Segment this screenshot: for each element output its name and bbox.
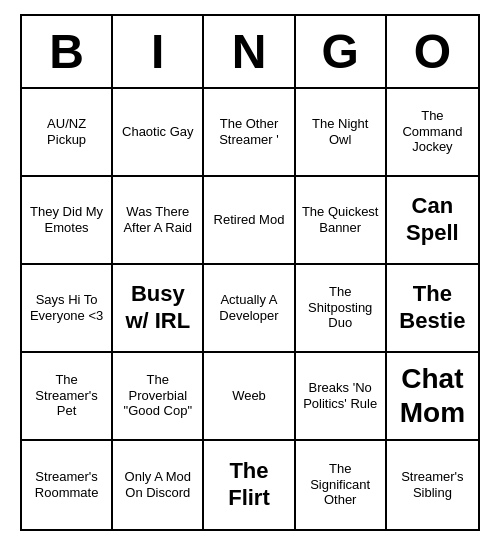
bingo-cell-20[interactable]: Streamer's Roommate	[22, 441, 113, 529]
bingo-cell-24[interactable]: Streamer's Sibling	[387, 441, 478, 529]
bingo-cell-22[interactable]: The Flirt	[204, 441, 295, 529]
bingo-cell-11[interactable]: Busy w/ IRL	[113, 265, 204, 353]
bingo-cell-19[interactable]: Chat Mom	[387, 353, 478, 441]
bingo-cell-16[interactable]: The Proverbial "Good Cop"	[113, 353, 204, 441]
bingo-cell-18[interactable]: Breaks 'No Politics' Rule	[296, 353, 387, 441]
bingo-letter-n: N	[204, 16, 295, 87]
bingo-cell-7[interactable]: Retired Mod	[204, 177, 295, 265]
bingo-letter-o: O	[387, 16, 478, 87]
bingo-cell-23[interactable]: The Significant Other	[296, 441, 387, 529]
bingo-cell-13[interactable]: The Shitposting Duo	[296, 265, 387, 353]
bingo-cell-10[interactable]: Says Hi To Everyone <3	[22, 265, 113, 353]
bingo-grid: AU/NZ PickupChaotic GayThe Other Streame…	[22, 89, 478, 529]
bingo-cell-1[interactable]: Chaotic Gay	[113, 89, 204, 177]
bingo-cell-14[interactable]: The Bestie	[387, 265, 478, 353]
bingo-card: BINGO AU/NZ PickupChaotic GayThe Other S…	[20, 14, 480, 531]
bingo-cell-15[interactable]: The Streamer's Pet	[22, 353, 113, 441]
bingo-letter-b: B	[22, 16, 113, 87]
bingo-cell-4[interactable]: The Command Jockey	[387, 89, 478, 177]
bingo-header: BINGO	[22, 16, 478, 89]
bingo-cell-12[interactable]: Actually A Developer	[204, 265, 295, 353]
bingo-cell-21[interactable]: Only A Mod On Discord	[113, 441, 204, 529]
bingo-letter-i: I	[113, 16, 204, 87]
bingo-cell-2[interactable]: The Other Streamer '	[204, 89, 295, 177]
bingo-cell-3[interactable]: The Night Owl	[296, 89, 387, 177]
bingo-cell-9[interactable]: Can Spell	[387, 177, 478, 265]
bingo-cell-0[interactable]: AU/NZ Pickup	[22, 89, 113, 177]
bingo-letter-g: G	[296, 16, 387, 87]
bingo-cell-6[interactable]: Was There After A Raid	[113, 177, 204, 265]
bingo-cell-5[interactable]: They Did My Emotes	[22, 177, 113, 265]
bingo-cell-8[interactable]: The Quickest Banner	[296, 177, 387, 265]
bingo-cell-17[interactable]: Weeb	[204, 353, 295, 441]
